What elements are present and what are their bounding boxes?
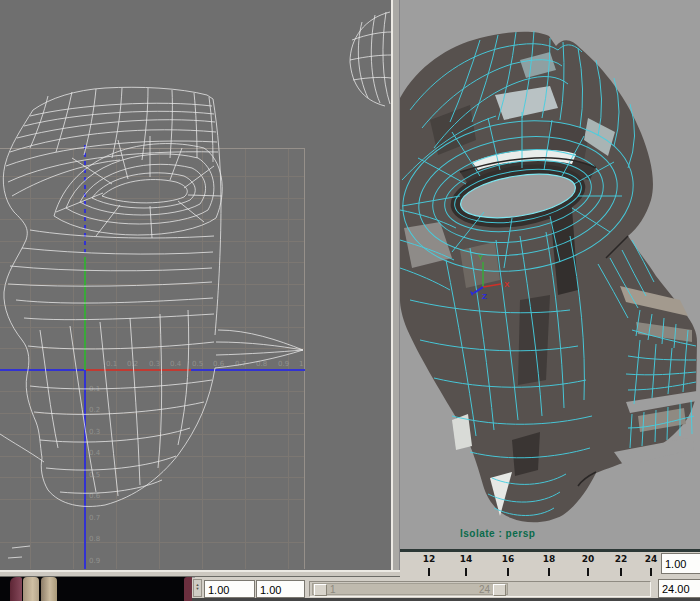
persp-viewport[interactable]: Y X Z Isolate : persp	[400, 0, 700, 552]
frame-tick	[620, 568, 622, 576]
range-grip-left[interactable]	[314, 584, 327, 596]
range-slider-track[interactable]: 1 24	[309, 581, 651, 597]
frame-label: 12	[418, 554, 440, 564]
frame-label: 18	[538, 554, 560, 564]
anim-start-field[interactable]	[204, 580, 255, 598]
render-figure-shape	[10, 577, 22, 601]
range-slider-row: ▲▼ 1 24	[192, 578, 700, 601]
window-border	[399, 0, 400, 570]
current-time-field[interactable]	[661, 553, 700, 574]
frame-label: 20	[577, 554, 599, 564]
frame-label: 24	[640, 554, 662, 564]
front-viewport-window[interactable]: 0.1 0.2 0.3 0.4 0.5 0.6 0.7 0.8 0.9 1 0.…	[0, 0, 400, 577]
maya-workspace: Y X Z Isolate : persp 12 14 16 18 20 22 …	[0, 0, 700, 601]
frame-label: 14	[455, 554, 477, 564]
frame-tick	[650, 568, 652, 576]
range-start-label: 1	[330, 584, 336, 595]
render-figure-shape	[184, 577, 192, 601]
shaded-head-model: Y X Z	[400, 0, 700, 549]
manipulator-z-label: Z	[482, 292, 487, 301]
wireframe-head-model	[0, 0, 391, 570]
render-figure-shape	[23, 577, 39, 601]
frame-tick	[507, 568, 509, 576]
frame-label: 22	[610, 554, 632, 564]
manipulator-x-label: X	[504, 280, 510, 289]
render-figure-shape	[41, 577, 57, 601]
frame-tick	[587, 568, 589, 576]
frame-tick	[465, 568, 467, 576]
isolate-status-label: Isolate : persp	[460, 528, 640, 539]
render-view-strip	[0, 575, 192, 601]
playback-start-field[interactable]	[256, 580, 305, 598]
frame-tick	[548, 568, 550, 576]
window-border	[0, 576, 400, 577]
frame-label: 16	[497, 554, 519, 564]
frame-tick	[428, 568, 430, 576]
anim-end-field[interactable]	[658, 579, 700, 598]
range-end-label: 24	[479, 584, 490, 595]
spinner-control[interactable]: ▲▼	[193, 579, 202, 597]
range-grip-right[interactable]	[493, 584, 506, 596]
range-slider-bar[interactable]: 1 24	[312, 583, 508, 595]
manipulator-y-label: Y	[478, 253, 484, 262]
